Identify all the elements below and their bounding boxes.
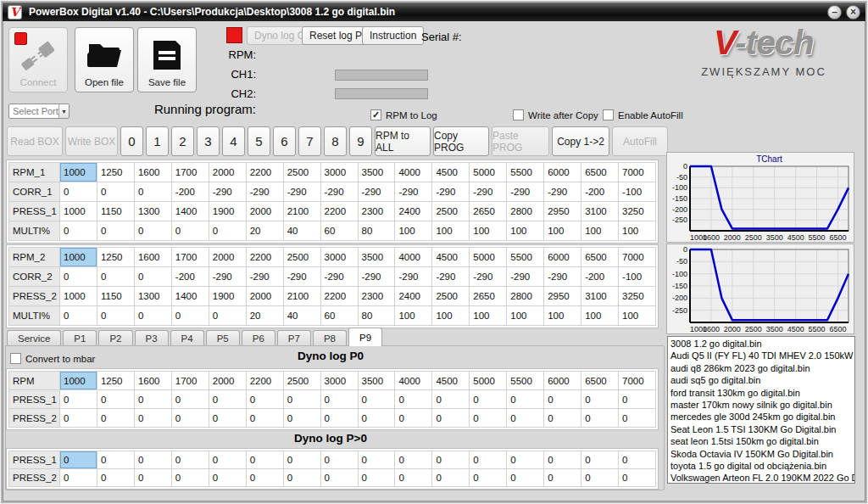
table-cell[interactable]: 80	[358, 306, 395, 326]
table-cell[interactable]: 60	[320, 306, 358, 326]
file-list-item[interactable]: audi sq5 go digital.bin	[670, 374, 852, 386]
table-cell[interactable]: 4000	[395, 372, 432, 390]
file-list-item[interactable]: Seat Leon 1.5 TSI 130KM Go Digital.bin	[670, 423, 852, 435]
digit-button-3[interactable]: 3	[197, 126, 220, 156]
table-cell[interactable]: -290	[209, 267, 246, 287]
table-cell[interactable]: -290	[358, 182, 395, 202]
tab-p6[interactable]: P6	[242, 330, 275, 346]
table-cell[interactable]: 100	[432, 221, 470, 241]
digit-button-7[interactable]: 7	[298, 126, 321, 156]
table-cell[interactable]: 0	[134, 267, 171, 287]
table-cell[interactable]: 3500	[358, 248, 395, 267]
table-cell[interactable]: 0	[581, 451, 619, 469]
table-cell[interactable]: 2300	[358, 287, 395, 306]
table-cell[interactable]: 1700	[171, 372, 209, 390]
table-cell[interactable]: 2200	[320, 202, 358, 221]
table-cell[interactable]: 0	[60, 221, 97, 241]
table-cell[interactable]: 0	[544, 469, 581, 487]
select-port-dropdown[interactable]: Select Port ▼	[8, 104, 70, 119]
table-cell[interactable]: 1600	[134, 372, 171, 390]
table-cell[interactable]: 3250	[619, 287, 656, 306]
table-cell[interactable]: 1000	[60, 202, 97, 221]
table-cell[interactable]: 4500	[432, 248, 470, 267]
table-cell[interactable]: 2650	[470, 287, 507, 306]
table-cell[interactable]: 2500	[432, 287, 470, 306]
table-cell[interactable]: 3250	[619, 202, 656, 221]
table-cell[interactable]: 1000	[60, 287, 97, 306]
instruction-button[interactable]: Instruction	[362, 26, 424, 45]
table-cell[interactable]: 1000	[60, 372, 97, 390]
table-cell[interactable]: 7000	[619, 372, 656, 390]
table-cell[interactable]: 0	[97, 221, 134, 241]
table-cell[interactable]: -290	[209, 182, 246, 202]
table-cell[interactable]: 2200	[320, 287, 358, 306]
write-after-copy-checkbox[interactable]: Write after Copy	[513, 109, 598, 120]
table-cell[interactable]: 0	[544, 409, 581, 428]
table-cell[interactable]: 0	[134, 451, 171, 469]
table-cell[interactable]: -290	[395, 182, 432, 202]
table-cell[interactable]: -200	[581, 182, 619, 202]
enable-autofill-checkbox[interactable]: Enable AutoFill	[603, 109, 683, 120]
table-cell[interactable]: 3000	[320, 248, 358, 267]
table-cell[interactable]: -100	[619, 182, 656, 202]
table-cell[interactable]: 0	[619, 409, 656, 428]
table-cell[interactable]: 1250	[97, 372, 134, 390]
table-cell[interactable]: -290	[544, 182, 581, 202]
table-cell[interactable]: -200	[171, 182, 209, 202]
table-cell[interactable]: 3500	[358, 372, 395, 390]
table-cell[interactable]: 0	[581, 390, 619, 409]
read-box-button[interactable]: Read BOX	[7, 126, 63, 156]
table-cell[interactable]: 100	[507, 221, 544, 241]
digit-button-1[interactable]: 1	[146, 126, 169, 156]
table-cell[interactable]: 0	[358, 409, 395, 428]
table-cell[interactable]: 40	[283, 221, 320, 241]
tab-p5[interactable]: P5	[206, 330, 240, 346]
table-cell[interactable]: 0	[619, 451, 656, 469]
rpm-to-all-button[interactable]: RPM to ALL	[375, 126, 431, 156]
table-cell[interactable]: 0	[97, 306, 134, 326]
table-cell[interactable]: 60	[320, 221, 358, 241]
table-cell[interactable]: 0	[283, 469, 320, 487]
table-cell[interactable]: 6000	[544, 248, 581, 267]
table-cell[interactable]: 0	[395, 451, 432, 469]
table-cell[interactable]: 100	[470, 221, 507, 241]
digit-button-2[interactable]: 2	[171, 126, 194, 156]
file-list-item[interactable]: Skoda Octavia IV 150KM Go Digital.bin	[670, 448, 852, 460]
table-cell[interactable]: 2000	[209, 372, 246, 390]
table-cell[interactable]: 100	[470, 306, 507, 326]
digit-button-5[interactable]: 5	[248, 126, 270, 156]
table-cell[interactable]: 2400	[395, 287, 432, 306]
tab-p2[interactable]: P2	[98, 330, 132, 346]
table-cell[interactable]: 7000	[619, 163, 656, 182]
table-cell[interactable]: 0	[358, 469, 395, 487]
table-cell[interactable]: -290	[507, 267, 544, 287]
table-cell[interactable]: 0	[581, 469, 619, 487]
table-cell[interactable]: 100	[507, 306, 544, 326]
table-cell[interactable]: 2500	[283, 372, 320, 390]
table-cell[interactable]: 0	[246, 390, 283, 409]
table-cell[interactable]: 0	[97, 390, 134, 409]
table-cell[interactable]: 0	[246, 451, 283, 469]
table-cell[interactable]: -290	[470, 267, 507, 287]
table-cell[interactable]: 0	[283, 409, 320, 428]
file-list-item[interactable]: Volkswagen Arteon FL 2.0 190KM 2022 Go D…	[670, 472, 852, 484]
table-cell[interactable]: 0	[619, 469, 656, 487]
table-cell[interactable]: -290	[358, 267, 395, 287]
open-file-button[interactable]: Open file	[75, 27, 134, 92]
table-cell[interactable]: 0	[507, 469, 544, 487]
file-list-item[interactable]: master 170km nowy silnik go digital.bin	[670, 399, 852, 411]
table-cell[interactable]: 0	[320, 409, 358, 428]
tab-p4[interactable]: P4	[170, 330, 204, 346]
table-cell[interactable]: 4000	[395, 163, 432, 182]
table-cell[interactable]: -290	[395, 267, 432, 287]
save-file-button[interactable]: Save file	[137, 27, 197, 92]
tab-p9[interactable]: P9	[348, 328, 382, 346]
table-cell[interactable]: 1600	[134, 163, 171, 182]
file-list-item[interactable]: audi q8 286km 2023 go digital.bin	[670, 362, 852, 374]
table-cell[interactable]: 2500	[432, 202, 470, 221]
table-cell[interactable]: 2000	[209, 248, 246, 267]
table-cell[interactable]: 0	[395, 390, 432, 409]
copy-1-to-2-button[interactable]: Copy 1->2	[552, 126, 609, 156]
table-cell[interactable]: -290	[246, 182, 283, 202]
paste-prog-button[interactable]: Paste PROG	[492, 126, 549, 156]
